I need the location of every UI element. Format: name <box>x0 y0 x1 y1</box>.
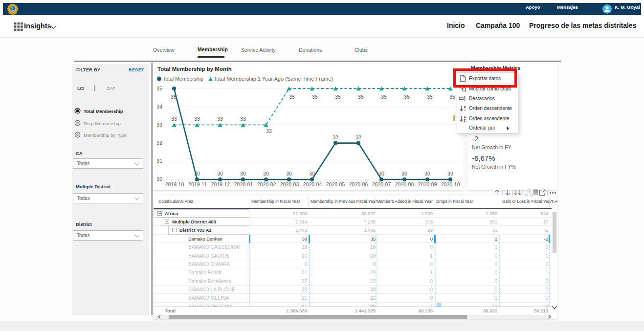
svg-text:2020-08: 2020-08 <box>395 181 414 187</box>
svg-text:30: 30 <box>217 171 223 177</box>
svg-text:33: 33 <box>171 116 177 122</box>
svg-text:30: 30 <box>401 171 407 177</box>
svg-text:35: 35 <box>404 94 410 100</box>
svg-text:30: 30 <box>240 171 246 177</box>
svg-text:31: 31 <box>156 158 162 164</box>
svg-text:35: 35 <box>335 94 341 100</box>
svg-text:35: 35 <box>427 94 433 100</box>
svg-text:2019-10: 2019-10 <box>165 181 184 187</box>
svg-text:Z: Z <box>464 119 466 122</box>
svg-text:L: L <box>11 6 14 12</box>
svg-text:30: 30 <box>156 176 162 182</box>
svg-text:2020-09: 2020-09 <box>418 181 437 187</box>
svg-text:32: 32 <box>156 140 162 146</box>
svg-text:2020-01: 2020-01 <box>234 181 253 187</box>
svg-text:35: 35 <box>156 86 162 91</box>
svg-text:32: 32 <box>333 134 338 140</box>
svg-text:35: 35 <box>449 94 455 100</box>
svg-text:2019-12: 2019-12 <box>211 181 230 187</box>
svg-text:30: 30 <box>309 171 315 177</box>
svg-text:30: 30 <box>378 171 384 177</box>
svg-text:2020-05: 2020-05 <box>326 181 345 187</box>
svg-text:33: 33 <box>266 128 272 134</box>
svg-text:2020-10: 2020-10 <box>441 181 460 187</box>
svg-text:2020-07: 2020-07 <box>372 181 391 187</box>
svg-text:2019-11: 2019-11 <box>188 181 207 187</box>
svg-text:32: 32 <box>355 134 361 140</box>
svg-text:33: 33 <box>217 116 223 122</box>
svg-text:35: 35 <box>381 94 387 100</box>
svg-text:35: 35 <box>358 94 364 100</box>
svg-text:35: 35 <box>312 94 318 100</box>
svg-text:30: 30 <box>424 171 430 177</box>
svg-text:33: 33 <box>194 116 200 122</box>
svg-text:2020-03: 2020-03 <box>280 181 299 187</box>
svg-text:30: 30 <box>447 171 453 177</box>
svg-text:Total Membership 1 Year Ago (S: Total Membership 1 Year Ago (Same Time F… <box>214 76 333 82</box>
svg-text:A: A <box>464 115 466 119</box>
svg-text:Total Membership: Total Membership <box>163 76 203 82</box>
svg-text:2020-04: 2020-04 <box>303 181 322 187</box>
svg-text:34: 34 <box>156 104 162 110</box>
svg-text:33: 33 <box>240 116 246 122</box>
svg-text:35: 35 <box>171 94 177 100</box>
svg-text:33: 33 <box>156 122 162 128</box>
svg-text:35: 35 <box>289 94 295 100</box>
svg-text:2020-02: 2020-02 <box>257 181 276 187</box>
svg-text:30: 30 <box>286 171 292 177</box>
svg-text:2020-06: 2020-06 <box>349 181 368 187</box>
svg-text:30: 30 <box>194 171 200 177</box>
svg-text:30: 30 <box>263 171 269 177</box>
